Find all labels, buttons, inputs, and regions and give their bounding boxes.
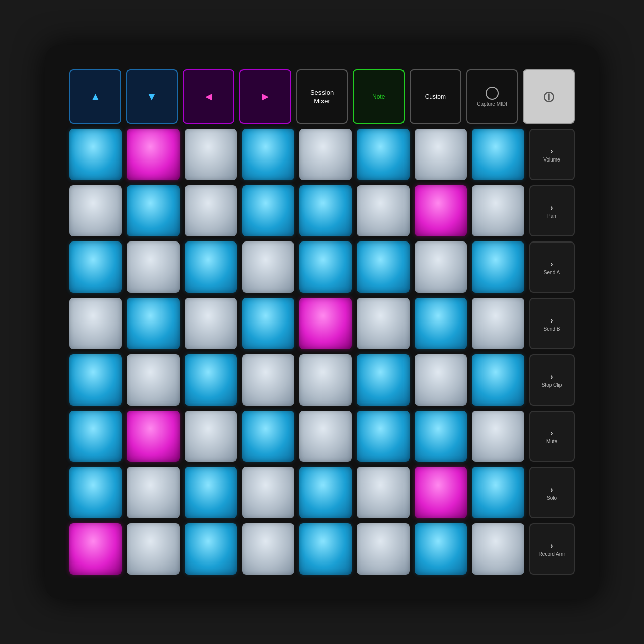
pad-r5c2[interactable]: [127, 354, 179, 406]
pad-r4c7[interactable]: [415, 298, 467, 349]
custom-button[interactable]: Custom: [410, 69, 461, 124]
pan-label: Pan: [547, 213, 556, 219]
pad-r2c5[interactable]: [299, 185, 352, 236]
pad-r2c3[interactable]: [185, 185, 237, 236]
pad-r3c4[interactable]: [242, 242, 294, 293]
grid-row-3: [69, 242, 524, 293]
note-label: Note: [372, 93, 385, 100]
pad-r5c3[interactable]: [185, 354, 237, 406]
pad-r6c7[interactable]: [415, 411, 467, 462]
senda-chevron-icon: ›: [550, 260, 553, 269]
pad-r1c8[interactable]: [472, 129, 524, 180]
pad-r1c3[interactable]: [185, 129, 237, 180]
capture-midi-button[interactable]: Capture MIDI: [466, 69, 518, 124]
mute-chevron-icon: ›: [550, 429, 553, 438]
pad-r3c5[interactable]: [299, 242, 352, 293]
pad-r2c6[interactable]: [357, 185, 409, 236]
pad-r7c7[interactable]: [415, 467, 467, 518]
nav-down-button[interactable]: ▼: [126, 69, 178, 124]
pad-r7c4[interactable]: [242, 467, 294, 518]
send-b-label: Send B: [544, 326, 560, 332]
pad-r4c6[interactable]: [357, 298, 409, 349]
pad-r7c2[interactable]: [127, 467, 179, 518]
pad-r4c5[interactable]: [299, 298, 352, 349]
pad-r5c1[interactable]: [69, 354, 122, 406]
pad-r3c7[interactable]: [415, 242, 467, 293]
pad-r6c2[interactable]: [127, 411, 179, 462]
pad-r8c5[interactable]: [299, 523, 352, 575]
pad-r7c6[interactable]: [357, 467, 409, 518]
pad-r3c3[interactable]: [185, 242, 237, 293]
pad-r1c2[interactable]: [127, 129, 179, 180]
pad-r6c1[interactable]: [69, 411, 122, 462]
pad-r4c2[interactable]: [127, 298, 179, 349]
pad-r8c6[interactable]: [357, 523, 409, 575]
record-arm-label: Record Arm: [539, 551, 566, 557]
pad-r4c3[interactable]: [185, 298, 237, 349]
pan-button[interactable]: › Pan: [529, 185, 575, 236]
session-mixer-button[interactable]: Session Mixer: [296, 69, 348, 124]
pad-r2c1[interactable]: [69, 185, 122, 236]
pad-r3c8[interactable]: [472, 242, 524, 293]
pad-r7c8[interactable]: [472, 467, 524, 518]
pad-r2c8[interactable]: [472, 185, 524, 236]
note-button[interactable]: Note: [353, 69, 405, 124]
pad-r2c4[interactable]: [242, 185, 294, 236]
pad-r8c4[interactable]: [242, 523, 294, 575]
pad-r8c3[interactable]: [185, 523, 237, 575]
pad-r1c7[interactable]: [415, 129, 467, 180]
pad-r6c5[interactable]: [299, 411, 352, 462]
main-area: › Volume › Pan › Send A › Send B › Stop …: [69, 129, 575, 575]
pad-r8c8[interactable]: [472, 523, 524, 575]
logo-button[interactable]: ⊘: [523, 69, 575, 124]
pad-r1c4[interactable]: [242, 129, 294, 180]
pad-r8c7[interactable]: [415, 523, 467, 575]
pad-r4c4[interactable]: [242, 298, 294, 349]
grid-row-1: [69, 129, 524, 180]
pad-r6c3[interactable]: [185, 411, 237, 462]
pad-r1c6[interactable]: [357, 129, 409, 180]
pad-r3c6[interactable]: [357, 242, 409, 293]
nav-left-button[interactable]: ◄: [183, 69, 234, 124]
pad-r5c7[interactable]: [415, 354, 467, 406]
pad-r6c4[interactable]: [242, 411, 294, 462]
pad-r7c1[interactable]: [69, 467, 122, 518]
pad-r8c2[interactable]: [127, 523, 179, 575]
pad-r3c1[interactable]: [69, 242, 122, 293]
pad-r1c5[interactable]: [299, 129, 352, 180]
pad-r7c3[interactable]: [185, 467, 237, 518]
pad-r6c8[interactable]: [472, 411, 524, 462]
pad-r5c5[interactable]: [299, 354, 352, 406]
capture-circle-icon: [486, 87, 499, 100]
pad-r1c1[interactable]: [69, 129, 122, 180]
volume-button[interactable]: › Volume: [529, 129, 575, 180]
send-b-button[interactable]: › Send B: [529, 298, 575, 349]
pad-r5c6[interactable]: [357, 354, 409, 406]
nav-down-icon: ▼: [146, 91, 157, 102]
nav-right-button[interactable]: ►: [239, 69, 291, 124]
nav-right-icon: ►: [260, 91, 271, 102]
capture-label: Capture MIDI: [477, 101, 507, 107]
pad-r2c2[interactable]: [127, 185, 179, 236]
pad-r7c5[interactable]: [299, 467, 352, 518]
pad-r5c4[interactable]: [242, 354, 294, 406]
pad-r6c6[interactable]: [357, 411, 409, 462]
send-a-button[interactable]: › Send A: [529, 242, 575, 293]
pad-r3c2[interactable]: [127, 242, 179, 293]
solo-label: Solo: [547, 495, 557, 501]
pad-grid: [69, 129, 524, 575]
nav-up-button[interactable]: ▲: [69, 69, 121, 124]
pad-r2c7[interactable]: [415, 185, 467, 236]
pad-r5c8[interactable]: [472, 354, 524, 406]
stop-clip-button[interactable]: › Stop Clip: [529, 354, 575, 406]
mute-button[interactable]: › Mute: [529, 411, 575, 462]
sendb-chevron-icon: ›: [550, 316, 553, 325]
pan-chevron-icon: ›: [550, 203, 553, 212]
side-buttons: › Volume › Pan › Send A › Send B › Stop …: [529, 129, 575, 575]
pad-r4c8[interactable]: [472, 298, 524, 349]
pad-r8c1[interactable]: [69, 523, 122, 575]
record-arm-button[interactable]: › Record Arm: [529, 523, 575, 575]
pad-r4c1[interactable]: [69, 298, 122, 349]
solo-button[interactable]: › Solo: [529, 467, 575, 518]
logo-icon: ⊘: [537, 85, 560, 108]
